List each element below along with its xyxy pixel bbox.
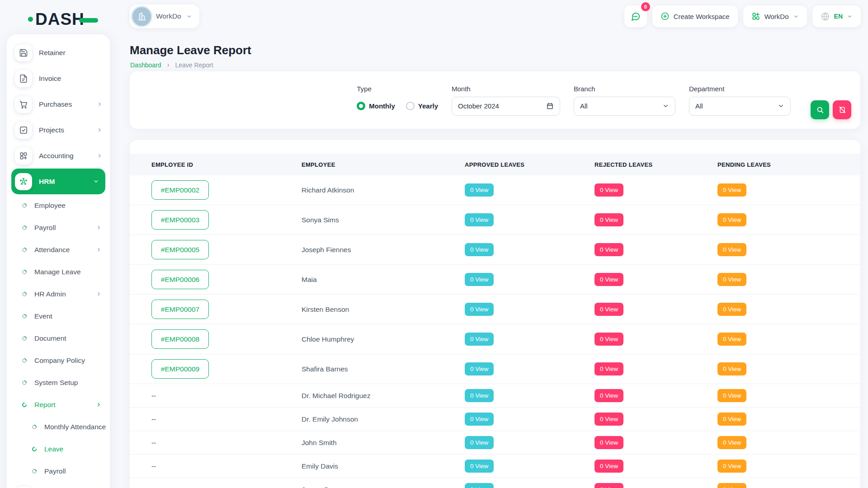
table-header-row: EMPLOYEE ID EMPLOYEE APPROVED LEAVES REJ… (130, 154, 860, 175)
pending-leaves-badge[interactable]: 0 View (717, 436, 746, 449)
sidebar-item-document[interactable]: Document (7, 327, 110, 349)
approved-leaves-badge[interactable]: 0 View (465, 213, 494, 226)
sidebar-item-attendance[interactable]: Attendance (7, 239, 110, 261)
rejected-leaves-badge[interactable]: 0 View (594, 213, 623, 226)
sidebar-item-hrm[interactable]: HRM (11, 169, 105, 194)
employee-id-button[interactable]: #EMP00009 (151, 359, 209, 379)
pending-leaves-badge[interactable]: 0 View (717, 213, 746, 226)
branch-select[interactable]: All (574, 97, 675, 116)
sidebar-item-label: Projects (39, 126, 97, 134)
rejected-leaves-badge[interactable]: 0 View (594, 273, 623, 286)
sidebar-item-report[interactable]: Report (7, 394, 110, 416)
sidebar-item-pos[interactable]: POS (7, 482, 110, 488)
pending-leaves-badge[interactable]: 0 View (717, 243, 746, 256)
create-workspace-label: Create Workspace (674, 13, 730, 20)
approved-leaves-badge[interactable]: 0 View (465, 483, 494, 488)
breadcrumb-dashboard-link[interactable]: Dashboard (130, 61, 161, 69)
sidebar-item-payroll[interactable]: Payroll (7, 460, 110, 482)
table-row: #EMP00007Kirsten Benson0 View0 View0 Vie… (130, 295, 860, 324)
employee-id-button[interactable]: #EMP00002 (151, 180, 209, 200)
chevron-right-icon (96, 247, 102, 253)
create-workspace-button[interactable]: Create Workspace (652, 5, 738, 27)
sidebar-item-system-setup[interactable]: System Setup (7, 371, 110, 394)
rejected-leaves-badge[interactable]: 0 View (594, 460, 623, 473)
pending-leaves-badge[interactable]: 0 View (717, 362, 746, 375)
approved-leaves-badge[interactable]: 0 View (465, 243, 494, 256)
pos-icon (15, 487, 32, 488)
pending-leaves-badge[interactable]: 0 View (717, 333, 746, 346)
pending-leaves-badge[interactable]: 0 View (717, 389, 746, 402)
brand-logo[interactable]: DASH (28, 11, 98, 28)
pending-leaves-badge[interactable]: 0 View (717, 460, 746, 473)
sidebar-item-employee[interactable]: Employee (7, 194, 110, 216)
chevron-right-icon (97, 153, 103, 159)
sidebar-item-label: HRM (39, 178, 93, 186)
pending-leaves-badge[interactable]: 0 View (717, 303, 746, 316)
department-value: All (695, 102, 703, 110)
sidebar-item-label: Event (34, 312, 102, 320)
sidebar-item-label: System Setup (34, 379, 102, 387)
language-selector[interactable]: EN (812, 5, 861, 27)
sidebar-item-hr-admin[interactable]: HR Admin (7, 283, 110, 305)
invoice-icon (15, 70, 32, 87)
approved-leaves-badge[interactable]: 0 View (465, 303, 494, 316)
rejected-leaves-badge[interactable]: 0 View (594, 413, 623, 426)
approved-leaves-badge[interactable]: 0 View (465, 333, 494, 346)
pending-leaves-badge[interactable]: 0 View (717, 183, 746, 197)
approved-leaves-badge[interactable]: 0 View (465, 460, 494, 473)
rejected-leaves-badge[interactable]: 0 View (594, 303, 623, 316)
rejected-leaves-badge[interactable]: 0 View (594, 183, 623, 197)
bullet-icon (21, 224, 28, 230)
branch-filter-group: Branch All (574, 85, 675, 116)
logo-dash-icon (79, 18, 98, 23)
employee-id-button[interactable]: #EMP00007 (151, 300, 209, 319)
workspace-selector[interactable]: WorkDo (130, 5, 199, 28)
sidebar-item-monthly-attendance[interactable]: Monthly Attendance (7, 416, 110, 438)
table-row: --John Smith0 View0 View0 View (130, 431, 860, 455)
month-input[interactable]: October 2024 (452, 97, 560, 116)
sidebar-item-event[interactable]: Event (7, 305, 110, 327)
bullet-icon (21, 246, 28, 253)
approved-leaves-badge[interactable]: 0 View (465, 413, 494, 426)
employee-id-button[interactable]: #EMP00003 (151, 210, 209, 230)
sidebar-item-label: Document (34, 334, 102, 343)
type-radio-monthly[interactable]: Monthly (357, 102, 395, 110)
approved-leaves-badge[interactable]: 0 View (465, 436, 494, 449)
approved-leaves-badge[interactable]: 0 View (465, 183, 494, 197)
sidebar-item-retainer[interactable]: Retainer (7, 40, 110, 66)
sidebar-item-projects[interactable]: Projects (7, 117, 110, 143)
workdo-menu-button[interactable]: WorkDo (743, 5, 807, 27)
sidebar-item-accounting[interactable]: Accounting (7, 143, 110, 169)
sidebar-item-label: Payroll (34, 224, 96, 232)
bullet-icon (31, 468, 38, 474)
approved-leaves-badge[interactable]: 0 View (465, 389, 494, 402)
employee-id-button[interactable]: #EMP00006 (151, 270, 209, 289)
employee-id-button[interactable]: #EMP00005 (151, 240, 209, 259)
department-select[interactable]: All (689, 97, 791, 116)
sidebar-item-company-policy[interactable]: Company Policy (7, 349, 110, 371)
sidebar-item-payroll[interactable]: Payroll (7, 216, 110, 239)
rejected-leaves-badge[interactable]: 0 View (594, 243, 623, 256)
approved-leaves-badge[interactable]: 0 View (465, 362, 494, 375)
rejected-leaves-badge[interactable]: 0 View (594, 483, 623, 488)
rejected-leaves-badge[interactable]: 0 View (594, 333, 623, 346)
rejected-leaves-badge[interactable]: 0 View (594, 436, 623, 449)
pending-leaves-badge[interactable]: 0 View (717, 273, 746, 286)
rejected-leaves-badge[interactable]: 0 View (594, 389, 623, 402)
pending-leaves-badge[interactable]: 0 View (717, 483, 746, 488)
messages-button[interactable]: 0 (624, 5, 647, 27)
sidebar-item-leave[interactable]: Leave (7, 438, 110, 460)
employee-id-button[interactable]: #EMP00008 (151, 329, 209, 349)
pending-leaves-badge[interactable]: 0 View (717, 413, 746, 426)
reset-button[interactable] (833, 100, 851, 119)
type-radio-yearly[interactable]: Yearly (406, 102, 438, 110)
sidebar-item-manage-leave[interactable]: Manage Leave (7, 261, 110, 283)
sidebar-item-invoice[interactable]: Invoice (7, 66, 110, 91)
rejected-leaves-badge[interactable]: 0 View (594, 362, 623, 375)
chevron-right-icon (96, 225, 102, 230)
hrm-icon (15, 173, 32, 190)
breadcrumb: Dashboard Leave Report (130, 61, 213, 69)
approved-leaves-badge[interactable]: 0 View (465, 273, 494, 286)
search-button[interactable] (811, 100, 829, 119)
sidebar-item-purchases[interactable]: Purchases (7, 91, 110, 117)
